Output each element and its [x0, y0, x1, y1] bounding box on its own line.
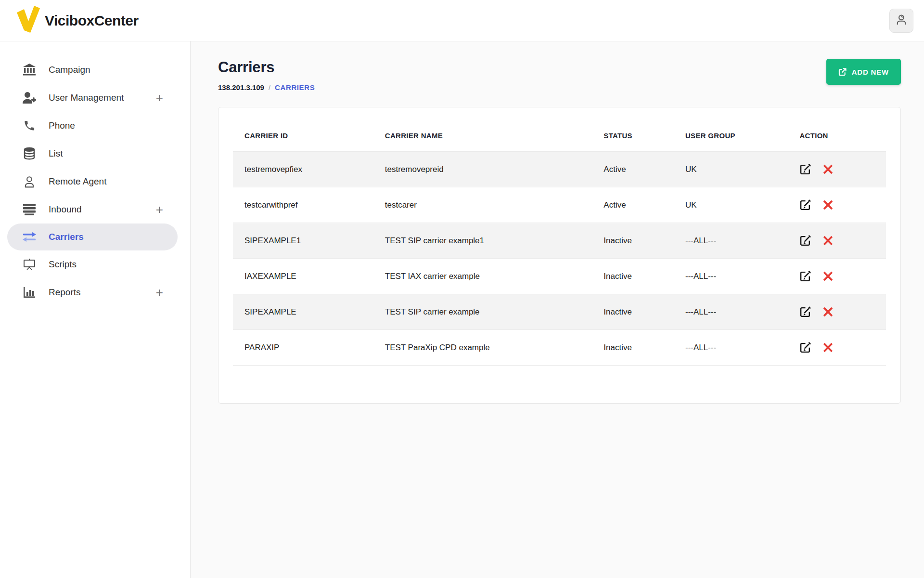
- sidebar-item-reports[interactable]: Reports +: [0, 278, 190, 306]
- cell-status: Inactive: [592, 294, 674, 330]
- cell-carrier-name: TEST ParaXip CPD example: [373, 330, 592, 366]
- user-plus-icon: [22, 92, 37, 104]
- add-new-button[interactable]: ADD NEW: [826, 59, 901, 85]
- cell-user-group: ---ALL---: [674, 330, 788, 366]
- presentation-icon: [22, 258, 37, 271]
- sidebar-item-label: User Management: [49, 92, 124, 103]
- user-icon: [895, 13, 908, 28]
- edit-button[interactable]: [799, 306, 811, 318]
- table-row: testremovepfiex testremovepreid Active U…: [233, 152, 886, 187]
- delete-x-icon: [823, 200, 833, 210]
- page-title: Carriers: [218, 59, 315, 76]
- sidebar: Campaign User Management + Phone: [0, 41, 191, 578]
- brand-logo-icon: [16, 6, 41, 36]
- delete-x-icon: [823, 164, 833, 174]
- sidebar-item-scripts[interactable]: Scripts: [0, 250, 190, 278]
- sidebar-item-label: Inbound: [49, 204, 82, 215]
- table-row: PARAXIP TEST ParaXip CPD example Inactiv…: [233, 330, 886, 366]
- main-content: Carriers 138.201.3.109 / CARRIERS ADD NE…: [191, 41, 924, 578]
- delete-button[interactable]: [823, 200, 833, 210]
- external-link-icon: [838, 68, 847, 76]
- column-header-status: STATUS: [592, 121, 674, 152]
- cell-status: Active: [592, 152, 674, 187]
- table-row: SIPEXAMPLE TEST SIP carrier example Inac…: [233, 294, 886, 330]
- server-list-icon: [22, 203, 37, 216]
- delete-x-icon: [823, 342, 833, 353]
- edit-icon: [799, 199, 811, 211]
- sidebar-item-campaign[interactable]: Campaign: [0, 56, 190, 84]
- sidebar-item-label: Campaign: [49, 65, 90, 75]
- expand-plus-icon[interactable]: +: [156, 92, 163, 104]
- cell-carrier-name: testremovepreid: [373, 152, 592, 187]
- sidebar-item-phone[interactable]: Phone: [0, 112, 190, 140]
- sidebar-item-label: Scripts: [49, 259, 77, 270]
- edit-icon: [799, 306, 811, 318]
- edit-icon: [799, 270, 811, 282]
- delete-x-icon: [823, 307, 833, 317]
- edit-button[interactable]: [799, 199, 811, 211]
- edit-button[interactable]: [799, 163, 811, 175]
- cell-carrier-id: testcarwithpref: [233, 187, 373, 223]
- cell-carrier-id: SIPEXAMPLE: [233, 294, 373, 330]
- database-icon: [22, 147, 37, 160]
- sidebar-item-label: Carriers: [49, 232, 84, 242]
- sidebar-item-label: Reports: [49, 287, 81, 298]
- exchange-arrows-icon: [22, 231, 37, 243]
- column-header-action: ACTION: [788, 121, 886, 152]
- edit-icon: [799, 342, 811, 354]
- sidebar-item-remote-agent[interactable]: Remote Agent: [0, 168, 190, 196]
- expand-plus-icon[interactable]: +: [156, 203, 163, 216]
- edit-icon: [799, 235, 811, 247]
- delete-button[interactable]: [823, 271, 833, 281]
- bank-icon: [22, 64, 37, 76]
- edit-button[interactable]: [799, 342, 811, 354]
- delete-button[interactable]: [823, 164, 833, 174]
- column-header-user-group: USER GROUP: [674, 121, 788, 152]
- table-header-row: CARRIER ID CARRIER NAME STATUS USER GROU…: [233, 121, 886, 152]
- cell-user-group: UK: [674, 187, 788, 223]
- cell-carrier-name: TEST SIP carrier example1: [373, 223, 592, 259]
- cell-status: Inactive: [592, 259, 674, 294]
- edit-button[interactable]: [799, 235, 811, 247]
- breadcrumb-current[interactable]: CARRIERS: [275, 83, 315, 92]
- delete-button[interactable]: [823, 307, 833, 317]
- column-header-carrier-name: CARRIER NAME: [373, 121, 592, 152]
- delete-x-icon: [823, 271, 833, 281]
- table-body: testremovepfiex testremovepreid Active U…: [233, 152, 886, 366]
- cell-carrier-id: testremovepfiex: [233, 152, 373, 187]
- delete-button[interactable]: [823, 236, 833, 246]
- table-row: SIPEXAMPLE1 TEST SIP carrier example1 In…: [233, 223, 886, 259]
- cell-status: Inactive: [592, 223, 674, 259]
- user-avatar-button[interactable]: [889, 9, 913, 33]
- add-new-label: ADD NEW: [852, 68, 889, 76]
- cell-action: [788, 259, 886, 294]
- expand-plus-icon[interactable]: +: [156, 286, 163, 299]
- breadcrumb: 138.201.3.109 / CARRIERS: [218, 83, 315, 92]
- cell-user-group: ---ALL---: [674, 259, 788, 294]
- table-row: testcarwithpref testcarer Active UK: [233, 187, 886, 223]
- breadcrumb-separator: /: [269, 83, 270, 92]
- delete-button[interactable]: [823, 342, 833, 353]
- cell-carrier-id: PARAXIP: [233, 330, 373, 366]
- cell-status: Inactive: [592, 330, 674, 366]
- cell-action: [788, 223, 886, 259]
- brand-name: ViciboxCenter: [45, 13, 139, 29]
- cell-user-group: UK: [674, 152, 788, 187]
- person-icon: [22, 175, 37, 188]
- cell-carrier-name: testcarer: [373, 187, 592, 223]
- cell-action: [788, 294, 886, 330]
- sidebar-item-inbound[interactable]: Inbound +: [0, 196, 190, 223]
- cell-user-group: ---ALL---: [674, 223, 788, 259]
- sidebar-item-user-management[interactable]: User Management +: [0, 84, 190, 112]
- delete-x-icon: [823, 236, 833, 246]
- cell-action: [788, 330, 886, 366]
- cell-action: [788, 152, 886, 187]
- edit-button[interactable]: [799, 270, 811, 282]
- bar-chart-icon: [22, 286, 37, 299]
- sidebar-item-carriers[interactable]: Carriers: [7, 223, 178, 250]
- sidebar-item-list[interactable]: List: [0, 140, 190, 168]
- column-header-carrier-id: CARRIER ID: [233, 121, 373, 152]
- cell-user-group: ---ALL---: [674, 294, 788, 330]
- breadcrumb-root: 138.201.3.109: [218, 83, 264, 92]
- cell-carrier-id: IAXEXAMPLE: [233, 259, 373, 294]
